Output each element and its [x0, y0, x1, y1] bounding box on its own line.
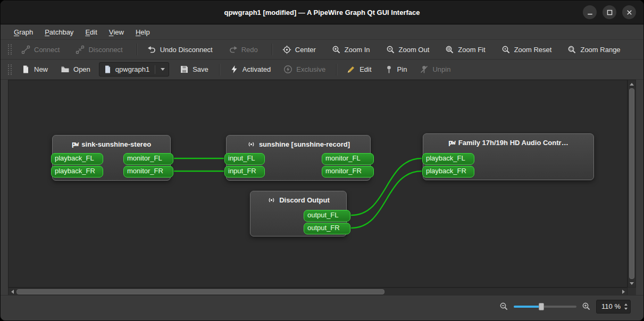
disconnect-icon: [76, 45, 85, 54]
redo-icon: [229, 45, 238, 54]
menu-edit[interactable]: Edit: [79, 24, 103, 39]
port-output-fl[interactable]: output_FL: [304, 210, 350, 222]
open-button[interactable]: Open: [56, 62, 95, 77]
scroll-down-arrow[interactable]: [628, 280, 635, 287]
port-monitor-fl[interactable]: monitor_FL: [123, 153, 173, 165]
menu-view[interactable]: View: [103, 24, 130, 39]
pin-button[interactable]: Pin: [380, 62, 412, 77]
graph-area: pw sink-sunshine-stereo playback_FL play…: [8, 80, 636, 296]
center-button[interactable]: Center: [278, 43, 320, 57]
scroll-up-arrow[interactable]: [628, 80, 635, 88]
maximize-button[interactable]: [603, 5, 616, 19]
menu-patchbay[interactable]: Patchbay: [39, 24, 79, 39]
toolbar-separator: [219, 64, 220, 75]
undo-icon: [147, 45, 156, 54]
edit-button[interactable]: Edit: [342, 62, 375, 77]
close-button[interactable]: [622, 5, 636, 19]
spin-up-arrow[interactable]: [624, 303, 628, 306]
statusbar: 110 %: [1, 295, 643, 320]
scroll-left-arrow[interactable]: [9, 288, 16, 295]
session-combo-value: qpwgraph1: [115, 65, 149, 73]
menu-help[interactable]: Help: [130, 24, 156, 39]
save-icon: [180, 65, 189, 74]
pin-icon: [384, 65, 394, 74]
menubar: Graph Patchbay Edit View Help: [1, 24, 643, 40]
zoom-fit-icon: [445, 45, 454, 54]
app-window: qpwgraph1 [modified] — A PipeWire Graph …: [0, 0, 644, 321]
port-monitor-fl[interactable]: monitor_FL: [322, 153, 374, 165]
port-playback-fl[interactable]: playback_FL: [51, 153, 103, 165]
session-file-icon: [103, 65, 112, 74]
toolbar-handle[interactable]: [8, 44, 12, 55]
port-monitor-fr[interactable]: monitor_FR: [123, 166, 173, 178]
pipewire-icon: pw: [448, 139, 455, 146]
node-sink-sunshine-stereo[interactable]: pw sink-sunshine-stereo playback_FL play…: [52, 135, 171, 181]
window-controls: [583, 1, 636, 24]
redo-button[interactable]: Redo: [224, 43, 262, 57]
slider-fill: [514, 306, 540, 308]
node-header: pw sink-sunshine-stereo: [53, 136, 170, 153]
node-title: sunshine [sunshine-record]: [259, 140, 350, 148]
zoom-in-button[interactable]: Zoom In: [328, 43, 374, 57]
unpin-button[interactable]: Unpin: [415, 62, 455, 77]
horizontal-scroll-thumb[interactable]: [16, 289, 384, 294]
zoom-out-icon: [499, 302, 508, 311]
menu-graph[interactable]: Graph: [8, 24, 39, 39]
port-input-fl[interactable]: input_FL: [224, 153, 265, 165]
exclusive-button[interactable]: Exclusive: [279, 62, 330, 77]
maximize-icon: [605, 8, 614, 17]
lightning-icon: [230, 65, 239, 74]
undo-disconnect-button[interactable]: Undo Disconnect: [143, 43, 217, 57]
new-button[interactable]: New: [17, 62, 52, 77]
window-title: qpwgraph1 [modified] — A PipeWire Graph …: [224, 9, 420, 16]
port-input-fr[interactable]: input_FR: [224, 166, 265, 178]
node-title: Discord Output: [279, 196, 330, 204]
activated-button[interactable]: Activated: [225, 62, 275, 77]
toolbar-separator: [137, 44, 138, 55]
zoom-fit-button[interactable]: Zoom Fit: [441, 43, 489, 57]
zoom-slider[interactable]: [514, 302, 576, 311]
node-title: Family 17h/19h HD Audio Contr…: [458, 139, 568, 147]
node-discord-output[interactable]: Discord Output output_FL output_FR: [250, 191, 347, 236]
graph-canvas[interactable]: pw sink-sunshine-stereo playback_FL play…: [8, 80, 628, 288]
port-monitor-fr[interactable]: monitor_FR: [322, 166, 374, 178]
disconnect-button[interactable]: Disconnect: [71, 43, 127, 57]
minimize-button[interactable]: [583, 5, 597, 19]
node-sunshine-record[interactable]: sunshine [sunshine-record] input_FL inpu…: [226, 135, 371, 181]
node-family-hd-audio[interactable]: pw Family 17h/19h HD Audio Contr… playba…: [423, 133, 594, 180]
zoom-reset-button[interactable]: Zoom Reset: [497, 43, 556, 57]
spin-arrows: [624, 303, 628, 310]
toolbar-handle[interactable]: [8, 64, 12, 75]
minimize-icon: [586, 8, 595, 17]
zoom-out-button[interactable]: Zoom Out: [382, 43, 434, 57]
slider-handle[interactable]: [539, 303, 544, 310]
center-icon: [282, 45, 291, 54]
zoom-reset-icon: [501, 45, 511, 54]
port-playback-fr[interactable]: playback_FR: [51, 166, 103, 178]
port-playback-fr[interactable]: playback_FR: [422, 166, 474, 178]
spin-down-arrow[interactable]: [624, 308, 628, 310]
node-title: sink-sunshine-stereo: [81, 140, 151, 148]
zoom-range-button[interactable]: Zoom Range: [563, 43, 624, 57]
chevron-down-icon: [161, 68, 165, 71]
file-toolbar: New Open qpwgraph1 Save Activated Exclus…: [1, 60, 643, 80]
titlebar[interactable]: qpwgraph1 [modified] — A PipeWire Graph …: [1, 1, 643, 24]
connect-button[interactable]: Connect: [17, 43, 64, 57]
session-combo[interactable]: qpwgraph1: [99, 62, 169, 77]
zoom-in-icon: [582, 302, 591, 311]
loudspeaker-icon: [267, 196, 276, 205]
port-output-fr[interactable]: output_FR: [304, 223, 350, 234]
pencil-icon: [347, 65, 356, 74]
pipewire-icon: pw: [72, 140, 78, 148]
new-file-icon: [21, 65, 30, 74]
connect-icon: [21, 45, 30, 54]
zoom-out-icon: [386, 45, 395, 54]
port-playback-fl[interactable]: playback_FL: [422, 153, 474, 165]
scroll-right-arrow[interactable]: [620, 288, 627, 295]
zoom-in-icon: [332, 45, 341, 54]
loudspeaker-icon: [247, 140, 256, 149]
vertical-scrollbar[interactable]: [628, 80, 636, 288]
vertical-scroll-thumb[interactable]: [629, 88, 634, 279]
save-button[interactable]: Save: [175, 62, 213, 77]
zoom-spinbox[interactable]: 110 %: [596, 300, 631, 314]
